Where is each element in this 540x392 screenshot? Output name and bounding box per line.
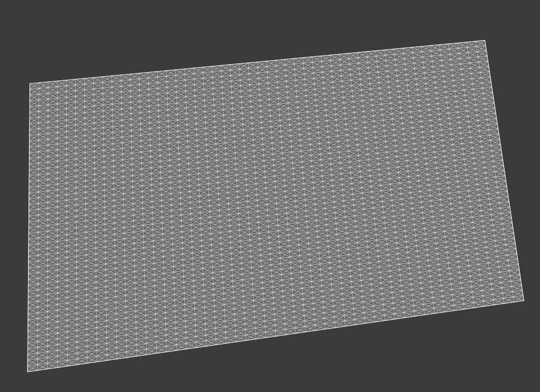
3d-viewport[interactable]	[0, 0, 540, 392]
